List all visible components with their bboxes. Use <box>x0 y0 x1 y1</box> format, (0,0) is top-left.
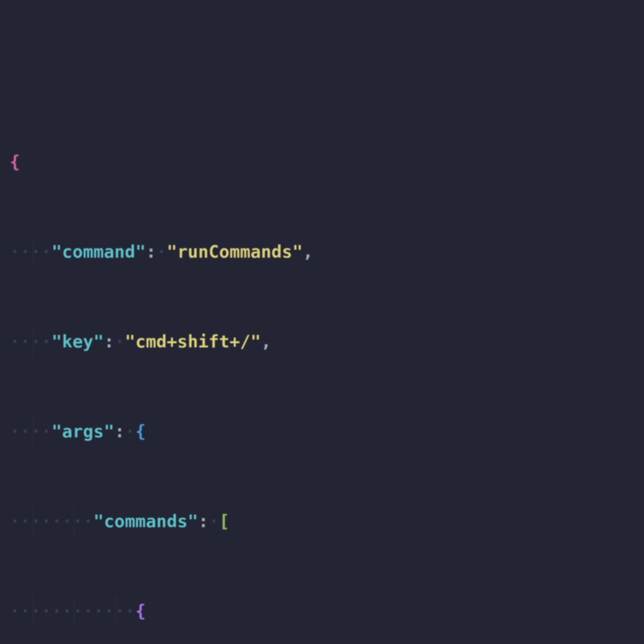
json-key: "key" <box>52 331 104 352</box>
json-string: "cmd+shift+/" <box>125 331 261 352</box>
json-string: "runCommands" <box>167 241 303 262</box>
ws: · <box>114 331 125 352</box>
code-line: ············{ <box>10 596 644 626</box>
ws: ············ <box>10 601 135 621</box>
code-line: ····"args":·{ <box>10 416 644 446</box>
comma: , <box>261 331 271 352</box>
colon: : <box>114 421 125 441</box>
code-line: { <box>10 147 644 177</box>
brace-open: { <box>10 152 20 172</box>
code-line: ········"commands":·[ <box>10 506 644 536</box>
ws: · <box>125 421 136 441</box>
ws: ···· <box>10 421 52 441</box>
code-editor[interactable]: { ····"command":·"runCommands", ····"key… <box>0 0 644 644</box>
brace-open: { <box>135 421 146 441</box>
code-line: ····"key":·"cmd+shift+/", <box>10 327 644 356</box>
json-key: "command" <box>52 241 146 262</box>
ws: · <box>156 241 167 262</box>
brace-open: { <box>135 601 146 621</box>
json-key: "commands" <box>93 511 198 531</box>
bracket-open: [ <box>219 511 230 531</box>
ws: · <box>209 511 219 531</box>
colon: : <box>104 331 115 352</box>
ws: ···· <box>10 241 52 262</box>
code-line: ····"command":·"runCommands", <box>10 237 644 267</box>
ws: ···· <box>10 331 52 352</box>
colon: : <box>146 241 156 262</box>
ws: ········ <box>10 511 93 531</box>
comma: , <box>303 241 313 262</box>
colon: : <box>198 511 209 531</box>
json-key: "args" <box>52 421 114 441</box>
